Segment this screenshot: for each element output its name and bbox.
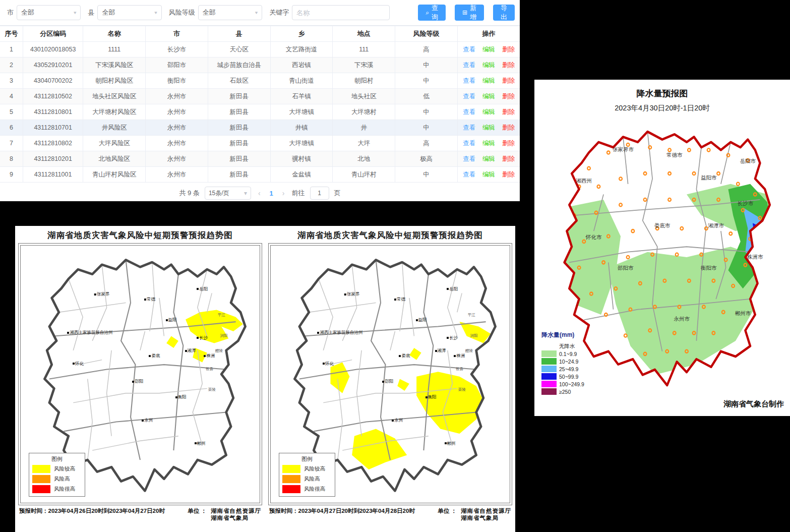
- trend-map-1-footer: 预报时间：2023年04月26日20时到2023年04月27日20时 单位 ： …: [18, 505, 262, 522]
- chevron-down-icon: ▾: [255, 10, 258, 15]
- col-actions: 操作: [457, 26, 520, 42]
- view-link[interactable]: 查看: [463, 155, 475, 162]
- risk-level-filter-label: 风险等级: [169, 8, 195, 17]
- table-row: 243052910201下宋溪风险区邵阳市城步苗族自治县西岩镇下宋溪中查看编辑删…: [0, 57, 520, 73]
- trend-map-2-canvas: 图例 风险较高风险高风险很高 岳阳常德张家界益阳湘西土家族苗族自治州长沙浏阳平江…: [270, 245, 510, 503]
- table-cell: 中: [395, 167, 458, 183]
- table-cell: 永州市: [146, 167, 208, 183]
- delete-link[interactable]: 删除: [502, 77, 515, 84]
- table-cell: 地头社区: [333, 89, 395, 104]
- legend-swatch: [541, 373, 557, 380]
- table-cell: 西岩镇: [270, 57, 333, 73]
- rain-region-magenta: [763, 227, 769, 232]
- legend-item: 风险很高: [282, 485, 332, 493]
- view-link[interactable]: 查看: [463, 124, 475, 131]
- table-cell: 7: [0, 136, 23, 151]
- city-select[interactable]: 全部 ▾: [17, 5, 81, 20]
- next-page-button[interactable]: ›: [280, 189, 287, 197]
- current-page-button[interactable]: 1: [268, 190, 275, 197]
- view-link[interactable]: 查看: [463, 46, 475, 53]
- county-select[interactable]: 全部 ▾: [97, 5, 161, 20]
- export-button-label: 导出: [501, 4, 507, 22]
- table-cell: 4: [0, 89, 23, 104]
- delete-link[interactable]: 删除: [502, 124, 515, 131]
- edit-link[interactable]: 编辑: [482, 108, 495, 115]
- trend-map-2-frame: 图例 风险较高风险高风险很高 岳阳常德张家界益阳湘西土家族苗族自治州长沙浏阳平江…: [268, 243, 512, 505]
- legend-swatch: [32, 475, 50, 483]
- view-link[interactable]: 查看: [463, 77, 475, 84]
- table-cell-actions: 查看编辑删除: [457, 104, 520, 120]
- delete-link[interactable]: 删除: [502, 155, 515, 162]
- edit-link[interactable]: 编辑: [482, 155, 495, 162]
- table-cell: 8: [0, 151, 23, 167]
- table-cell: 大坪塘村风险区: [83, 104, 146, 120]
- export-button[interactable]: 导出: [493, 5, 515, 21]
- precip-legend: 降水量(mm) 无降水0.1~9.910~24.925~49.950~99.91…: [541, 331, 584, 395]
- table-cell: 北地: [333, 151, 395, 167]
- edit-link[interactable]: 编辑: [482, 140, 495, 147]
- edit-link[interactable]: 编辑: [482, 77, 495, 84]
- legend-item: 100~249.9: [541, 380, 584, 388]
- table-cell: 骥村镇: [270, 151, 333, 167]
- view-link[interactable]: 查看: [463, 108, 475, 115]
- edit-link[interactable]: 编辑: [482, 93, 495, 100]
- delete-link[interactable]: 删除: [502, 93, 515, 100]
- table-cell: 青山街道: [270, 73, 333, 89]
- edit-link[interactable]: 编辑: [482, 171, 495, 178]
- view-link[interactable]: 查看: [463, 62, 475, 69]
- add-button[interactable]: ⊞ 新增: [455, 5, 484, 21]
- edit-link[interactable]: 编辑: [482, 124, 495, 131]
- unit-line1: 湖南省自然资源厅: [211, 508, 261, 514]
- table-cell: 3: [0, 73, 23, 89]
- table-cell: 43112810801: [23, 104, 83, 120]
- trend-map-2: 湖南省地质灾害气象风险中短期预警预报趋势图: [265, 226, 515, 532]
- view-link[interactable]: 查看: [463, 140, 475, 147]
- table-cell: 新田县: [208, 136, 270, 151]
- risk-level-select[interactable]: 全部 ▾: [198, 5, 262, 20]
- col-location: 地点: [333, 26, 395, 42]
- table-cell: 极高: [395, 151, 458, 167]
- col-name: 名称: [83, 26, 146, 42]
- table-cell: 1: [0, 42, 23, 57]
- table-cell: 井镇: [270, 120, 333, 136]
- risk-zone-panel: 市 全部 ▾ 县 全部 ▾ 风险等级 全部 ▾ 关键字 ⌕ 查询 ⊞ 新增: [0, 0, 520, 201]
- keyword-input[interactable]: [292, 5, 390, 20]
- col-risk-level: 风险等级: [395, 26, 458, 42]
- prev-page-button[interactable]: ‹: [256, 189, 263, 197]
- delete-link[interactable]: 删除: [502, 46, 515, 53]
- chevron-down-icon: ▾: [74, 10, 77, 15]
- table-cell: 2: [0, 57, 23, 73]
- page-size-select[interactable]: 15条/页 ▾: [205, 187, 251, 200]
- table-row: 943112811001青山坪村风险区永州市新田县金盆镇青山坪村中查看编辑删除: [0, 167, 520, 183]
- delete-link[interactable]: 删除: [502, 62, 515, 69]
- legend-item: 10~24.9: [541, 358, 584, 365]
- trend-map-1-frame: 图例 风险较高风险高风险很高 岳阳常德张家界益阳湘西土家族苗族自治州长沙浏阳平江…: [18, 243, 262, 505]
- edit-link[interactable]: 编辑: [482, 62, 495, 69]
- table-cell-actions: 查看编辑删除: [457, 89, 520, 104]
- risk-table-body: 143010200180531111长沙市天心区文艺路街道111高查看编辑删除2…: [0, 42, 520, 183]
- legend-label: 100~249.9: [559, 381, 584, 387]
- city-select-value: 全部: [21, 8, 34, 17]
- table-cell: 43112810201: [23, 151, 83, 167]
- view-link[interactable]: 查看: [463, 171, 475, 178]
- table-cell: 朝阳村: [333, 73, 395, 89]
- unit-line2: 湖南省气象局: [461, 515, 499, 521]
- delete-link[interactable]: 删除: [502, 171, 515, 178]
- edit-link[interactable]: 编辑: [482, 46, 495, 53]
- table-cell: 43112810802: [23, 136, 83, 151]
- legend-swatch: [541, 343, 557, 349]
- search-button[interactable]: ⌕ 查询: [418, 5, 446, 21]
- risk-zone-table: 序号 分区编码 名称 市 县 乡 地点 风险等级 操作 143010200180…: [0, 26, 520, 183]
- table-row: 343040700202朝阳村风险区衡阳市石鼓区青山街道朝阳村中查看编辑删除: [0, 73, 520, 89]
- col-county: 县: [208, 26, 270, 42]
- table-cell: 低: [395, 89, 458, 104]
- toolbar: ⌕ 查询 ⊞ 新增 导出: [418, 5, 515, 21]
- col-township: 乡: [270, 26, 333, 42]
- view-link[interactable]: 查看: [463, 93, 475, 100]
- legend-title: 图例: [282, 455, 332, 463]
- delete-link[interactable]: 删除: [502, 140, 515, 147]
- trend-map-1-canvas: 图例 风险较高风险高风险很高 岳阳常德张家界益阳湘西土家族苗族自治州长沙浏阳平江…: [20, 245, 260, 503]
- chevron-down-icon: ▾: [244, 190, 247, 197]
- jump-page-input[interactable]: [310, 187, 329, 200]
- delete-link[interactable]: 删除: [502, 108, 515, 115]
